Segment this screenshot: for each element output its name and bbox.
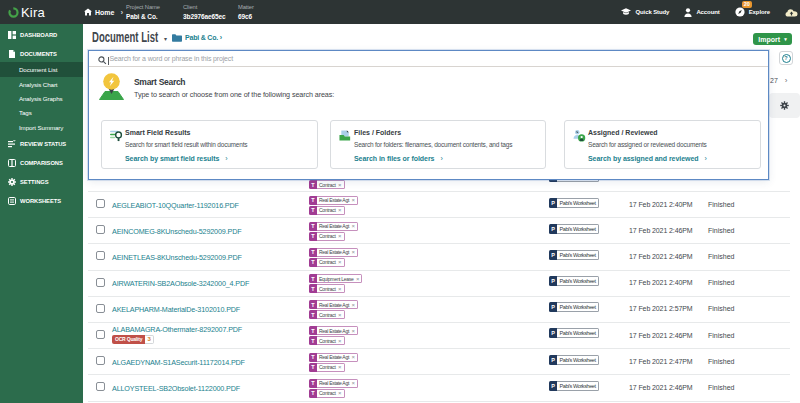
sidebar-item-tags[interactable]: Tags xyxy=(0,105,83,120)
tag-remove-icon[interactable]: × xyxy=(351,197,355,203)
tag-pill[interactable]: T Contract× xyxy=(309,180,345,189)
tag-letter-icon: T xyxy=(309,300,317,309)
breadcrumb-project[interactable]: Pabi & Co. › xyxy=(185,33,222,42)
document-link[interactable]: AKELAPHARM-MaterialDe-3102010.PDF xyxy=(112,305,240,314)
row-checkbox[interactable] xyxy=(96,225,105,234)
row-checkbox[interactable] xyxy=(96,330,105,339)
account-button[interactable]: Account xyxy=(684,8,719,17)
tag-pill[interactable]: T Contract× xyxy=(309,336,345,345)
sidebar-item-settings[interactable]: SETTINGS xyxy=(0,175,83,190)
tag-pill[interactable]: T Real Estate Agt× xyxy=(309,300,358,309)
sidebar-item-worksheets[interactable]: WORKSHEETS xyxy=(0,193,83,208)
tag-remove-icon[interactable]: × xyxy=(338,312,342,318)
assigned-reviewed-icon xyxy=(573,129,586,142)
sidebar-item-dashboard[interactable]: DASHBOARD xyxy=(0,27,83,42)
tag-remove-icon[interactable]: × xyxy=(351,223,355,229)
worksheet-badge[interactable]: P Pabi's Worksheet xyxy=(549,198,599,208)
tag-remove-icon[interactable]: × xyxy=(338,364,342,370)
row-checkbox[interactable] xyxy=(96,304,105,313)
tag-pill[interactable]: T Contract× xyxy=(309,284,345,293)
sidebar-item-comparisons[interactable]: COMPARISONS xyxy=(0,156,83,171)
worksheet-badge[interactable]: P Pabi's Worksheet xyxy=(549,276,599,286)
import-button[interactable]: Import ▾ xyxy=(753,33,792,45)
worksheet-badge[interactable]: P Pabi's Worksheet xyxy=(549,224,599,234)
search-input[interactable]: Search for a word or phrase in this proj… xyxy=(89,51,768,67)
ocr-quality-badge[interactable]: OCR Quality3 xyxy=(112,335,154,344)
smart-field-results-card[interactable]: Smart Field Results Search for smart fie… xyxy=(101,120,318,169)
gear-icon[interactable] xyxy=(780,101,789,110)
tag-remove-icon[interactable]: × xyxy=(338,390,342,396)
tag-pill[interactable]: T Real Estate Agt× xyxy=(309,196,358,205)
tag-pill[interactable]: T Contract× xyxy=(309,258,345,267)
table-row[interactable]: ALGAEDYNAM-S1ASecurit-11172014.PDF T Rea… xyxy=(88,349,790,375)
tag-remove-icon[interactable]: × xyxy=(338,338,342,344)
kira-logo[interactable]: Kira xyxy=(8,0,45,24)
tag-pill[interactable]: T Contract× xyxy=(309,389,345,398)
worksheet-label: Pabi's Worksheet xyxy=(557,381,599,391)
tag-pill[interactable]: T Real Estate Agt× xyxy=(309,353,358,362)
sidebar-item-review-status[interactable]: REVIEW STATUS xyxy=(0,137,83,152)
document-link[interactable]: AIRWATERIN-SB2AObsole-3242000_4.PDF xyxy=(112,279,249,288)
sidebar-item-documents[interactable]: DOCUMENTS xyxy=(0,46,83,61)
home-link[interactable]: Home › xyxy=(84,0,123,24)
tag-pill[interactable]: T Real Estate Agt× xyxy=(309,248,358,257)
document-link[interactable]: AEINCOMEG-8KUnschedu-5292009.PDF xyxy=(112,227,241,236)
tag-remove-icon[interactable]: × xyxy=(338,207,342,213)
document-link[interactable]: AEINETLEAS-8KUnschedu-5292009.PDF xyxy=(112,253,242,262)
row-checkbox[interactable] xyxy=(96,278,105,287)
search-in-files-link[interactable]: Search in files or folders› xyxy=(354,155,443,162)
quick-study-button[interactable]: Quick Study xyxy=(621,8,669,17)
worksheet-badge[interactable]: P Pabi's Worksheet xyxy=(549,381,599,391)
tag-pill[interactable]: T Real Estate Agt× xyxy=(309,222,358,231)
title-caret-icon[interactable]: ▾ xyxy=(164,35,167,42)
table-row[interactable]: AEINETLEAS-8KUnschedu-5292009.PDF T Real… xyxy=(88,244,790,270)
document-link[interactable]: AEGLEABIOT-10QQuarter-1192016.PDF xyxy=(112,201,239,210)
table-row[interactable]: ALABAMAGRA-Othermater-8292007.PDF T Real… xyxy=(88,323,790,349)
tag-pill[interactable]: T Contract× xyxy=(309,206,345,215)
table-row[interactable]: ALLOYSTEEL-SB2Obsolet-1122000.PDF T Real… xyxy=(88,375,790,401)
tag-remove-icon[interactable]: × xyxy=(351,380,355,386)
row-checkbox[interactable] xyxy=(96,199,105,208)
tag-pill[interactable]: T Real Estate Agt× xyxy=(309,326,358,335)
row-checkbox[interactable] xyxy=(96,251,105,260)
tag-remove-icon[interactable]: × xyxy=(338,259,342,265)
pagination-next-icon[interactable]: › xyxy=(785,76,788,85)
table-row[interactable]: AKELAPHARM-MaterialDe-3102010.PDF T Real… xyxy=(88,297,790,323)
sidebar-item-import-summary[interactable]: Import Summary xyxy=(0,120,83,135)
sidebar-item-analysis-chart[interactable]: Analysis Chart xyxy=(0,77,83,92)
search-by-assigned-link[interactable]: Search by assigned and reviewed› xyxy=(588,155,707,162)
tag-remove-icon[interactable]: × xyxy=(351,302,355,308)
explore-button[interactable]: 20 Explore xyxy=(735,7,770,17)
worksheet-badge[interactable]: P Pabi's Worksheet xyxy=(549,355,599,365)
tag-pill[interactable]: T Equipment Lease× xyxy=(309,274,362,283)
worksheet-badge[interactable]: P Pabi's Worksheet xyxy=(549,328,599,338)
tag-pill[interactable]: T Contract× xyxy=(309,232,345,241)
tag-remove-icon[interactable]: × xyxy=(356,276,360,282)
table-row[interactable]: AEGLEABIOT-10QQuarter-1192016.PDF T Real… xyxy=(88,192,790,218)
row-checkbox[interactable] xyxy=(96,382,105,391)
tag-pill[interactable]: T Contract× xyxy=(309,310,345,319)
pagination-page-27[interactable]: 27 xyxy=(770,77,778,84)
worksheet-badge[interactable]: P Pabi's Worksheet xyxy=(549,250,599,260)
files-folders-card[interactable]: Files / Folders Search for folders: file… xyxy=(330,120,546,169)
tag-remove-icon[interactable]: × xyxy=(351,249,355,255)
help-button[interactable]: ? xyxy=(779,51,793,65)
worksheet-badge[interactable]: P Pabi's Worksheet xyxy=(549,302,599,312)
document-link[interactable]: ALGAEDYNAM-S1ASecurit-11172014.PDF xyxy=(112,358,245,367)
assigned-reviewed-card[interactable]: Assigned / Reviewed Search for assigned … xyxy=(564,120,761,169)
tag-remove-icon[interactable]: × xyxy=(338,233,342,239)
tag-pill[interactable]: T Real Estate Agt× xyxy=(309,379,358,388)
table-row[interactable]: AIRWATERIN-SB2AObsole-3242000_4.PDF T Eq… xyxy=(88,271,790,297)
tag-remove-icon[interactable]: × xyxy=(351,328,355,334)
tag-remove-icon[interactable]: × xyxy=(351,354,355,360)
tag-remove-icon[interactable]: × xyxy=(338,182,342,188)
sidebar-item-document-list[interactable]: Document List xyxy=(0,62,83,77)
document-link[interactable]: ALABAMAGRA-Othermater-8292007.PDF xyxy=(112,325,242,334)
tag-remove-icon[interactable]: × xyxy=(338,286,342,292)
row-checkbox[interactable] xyxy=(96,356,105,365)
tag-pill[interactable]: T Contract× xyxy=(309,363,345,372)
upload-status-button[interactable] xyxy=(785,7,798,17)
table-row[interactable]: AEINCOMEG-8KUnschedu-5292009.PDF T Real … xyxy=(88,218,790,244)
search-by-smart-field-link[interactable]: Search by smart field results› xyxy=(125,155,228,162)
document-link[interactable]: ALLOYSTEEL-SB2Obsolet-1122000.PDF xyxy=(112,384,240,393)
